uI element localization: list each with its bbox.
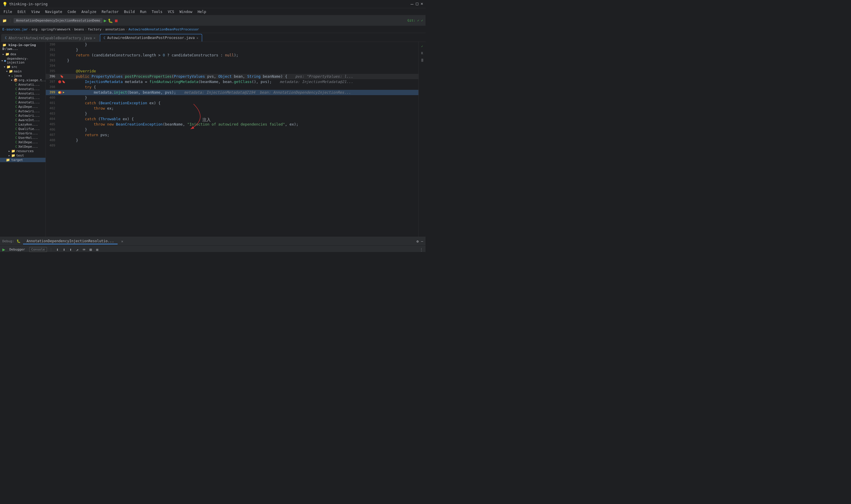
menubar-item-analyze[interactable]: Analyze (79, 9, 99, 15)
tab-close-2[interactable]: ✕ (197, 36, 198, 40)
line-num-406: 406 (46, 127, 58, 132)
tab-close-1[interactable]: ✕ (94, 36, 95, 40)
debug-tabs-label: Debugger (10, 248, 25, 251)
code-content-401: catch (BeanCreationException ex) { (66, 101, 418, 106)
debug-console-btn[interactable]: Console (29, 247, 47, 252)
menubar-item-help[interactable]: Help (195, 9, 209, 15)
sidebar-item-annotati3[interactable]: CAnnotati... (0, 91, 46, 96)
title-left: 💡 thinking-in-spring (2, 2, 48, 6)
sidebar-item-lazyann[interactable]: CLazyAnn... (0, 122, 46, 127)
line-num-407: 407 (46, 132, 58, 138)
nav-beans[interactable]: beans (74, 28, 84, 31)
sidebar-package[interactable]: ▾📦org.xiaoge.t... (0, 78, 46, 83)
code-line-395: 395 @Override (46, 69, 418, 74)
menubar-item-build[interactable]: Build (122, 9, 137, 15)
code-line-408: 408 } (46, 138, 418, 143)
sidebar-item-annotati4[interactable]: CAnnotati... (0, 96, 46, 100)
gutter-402 (58, 106, 66, 111)
debug-btn-eval[interactable]: ⌨ (82, 247, 86, 252)
menubar-item-code[interactable]: Code (65, 9, 78, 15)
sidebar-folder-resources[interactable]: ▸📁resources (0, 149, 46, 153)
sidebar-item-autowiri1[interactable]: CAutowiri... (0, 109, 46, 113)
stop-button[interactable]: ⏹ (114, 18, 118, 23)
sidebar-folder-dea[interactable]: ▸📁dea (0, 52, 46, 56)
debug-close[interactable]: ✕ (121, 239, 123, 244)
titlebar: 💡 thinking-in-spring — □ ✕ (0, 0, 426, 8)
gutter-401 (58, 101, 66, 106)
menubar-item-edit[interactable]: Edit (15, 9, 29, 15)
debug-settings-icon[interactable]: ⚙ (417, 239, 419, 244)
tab-autowired-processor[interactable]: C AutowiredAnnotationBeanPostProcessor.j… (100, 34, 202, 42)
breakpoint-397[interactable] (58, 80, 61, 83)
gutter-395 (58, 69, 66, 74)
sidebar-item-qualifie[interactable]: CQualifie... (0, 127, 46, 131)
sidebar-item-label-3: Annotati... (18, 92, 40, 95)
menubar-item-window[interactable]: Window (177, 9, 195, 15)
minimize-button[interactable]: — (411, 1, 413, 7)
debug-menu-btn[interactable]: ⋮ (420, 248, 423, 252)
debug-btn-frames[interactable]: ⊞ (88, 247, 93, 252)
menubar: FileEditViewNavigateCodeAnalyzeRefactorB… (0, 8, 426, 15)
code-content-396: public PropertyValues postProcessPropert… (66, 74, 418, 79)
debug-label: Debug: (2, 239, 14, 243)
app-icon: 💡 (2, 2, 7, 6)
debug-hide-icon[interactable]: — (421, 239, 423, 244)
sidebar-module-depinjection[interactable]: ▾◼dependency-injection (0, 56, 46, 65)
menubar-item-vcs[interactable]: VCS (165, 9, 177, 15)
sidebar-folder-test[interactable]: ▸📁test (0, 153, 46, 158)
menubar-item-view[interactable]: View (29, 9, 42, 15)
right-icon-rest[interactable]: R (419, 50, 425, 56)
run-button[interactable]: ▶ (104, 18, 107, 23)
nav-annotation[interactable]: annotation (105, 28, 125, 31)
sidebar-folder-java[interactable]: ▾☕java (0, 74, 46, 78)
sidebar-item-annotati1[interactable]: CAnnotati... (0, 83, 46, 87)
debug-btn-step-over[interactable]: ⬇ (55, 247, 60, 252)
debug-btn-step-out[interactable]: ⬆ (68, 247, 73, 252)
debug-btn-more[interactable]: ≡ (95, 247, 99, 252)
debug-resume-btn[interactable]: ▶ (2, 247, 5, 252)
nav-class[interactable]: AutowiredAnnotationBeanPostProcessor (129, 28, 199, 31)
code-content-403: } (66, 111, 418, 116)
debug-btn-step-into[interactable]: ⬇ (62, 247, 67, 252)
code-content-391: } (66, 47, 418, 53)
menubar-item-refactor[interactable]: Refactor (99, 9, 121, 15)
sidebar-item-awareint[interactable]: CAwareInt... (0, 118, 46, 122)
menubar-item-tools[interactable]: Tools (149, 9, 165, 15)
sidebar-item-xmldepe2[interactable]: CXmlDepe... (0, 144, 46, 149)
gutter-409 (58, 143, 66, 148)
sidebar-folder-main[interactable]: ▾📁main (0, 69, 46, 74)
sidebar-item-annotati5[interactable]: CAnnotati... (0, 100, 46, 105)
code-content-404: catch (Throwable ex) { (66, 116, 418, 122)
right-icon-checkmark[interactable]: ✓ (419, 43, 425, 49)
sidebar-label-target: target (11, 158, 23, 162)
nav-org[interactable]: org (32, 28, 38, 31)
sidebar-folder-src[interactable]: ▾📁src (0, 65, 46, 69)
debug-btn-run-cursor[interactable]: ↗ (75, 247, 80, 252)
sidebar-item-userhol[interactable]: CUserHol... (0, 136, 46, 140)
gutter-405 (58, 122, 66, 127)
nav-factory[interactable]: factory (88, 28, 101, 31)
menubar-item-file[interactable]: File (1, 9, 15, 15)
code-area[interactable]: 390 } 391 } 392 return (candidateConstru… (46, 42, 418, 237)
sidebar-item-target[interactable]: 📁target (0, 158, 46, 162)
sidebar-item-autowiri2[interactable]: CAutowiri... (0, 113, 46, 118)
menubar-item-run[interactable]: Run (138, 9, 149, 15)
window-controls[interactable]: — □ ✕ (411, 1, 423, 7)
project-icon[interactable]: 📁 (2, 19, 7, 23)
tab-abstract-bean-factory[interactable]: C AbstractAutowireCapableBeanFactory.jav… (1, 34, 99, 42)
close-button[interactable]: ✕ (421, 1, 423, 7)
code-content-400: } (66, 95, 418, 101)
run-config-selector[interactable]: AnnotationDependencyInjectionResolutionD… (14, 18, 103, 23)
debug-button[interactable]: 🐛 (108, 18, 113, 23)
sidebar-item-usergro[interactable]: CUserGro... (0, 131, 46, 136)
nav-springframework[interactable]: springframework (41, 28, 70, 31)
gutter-396: 🔖 (58, 74, 66, 79)
maximize-button[interactable]: □ (416, 1, 418, 7)
sidebar-item-xmldepe1[interactable]: CXmlDepe... (0, 140, 46, 144)
sidebar-item-apidepe[interactable]: CApiDepe... (0, 105, 46, 109)
sidebar-item-annotati2[interactable]: CAnnotati... (0, 87, 46, 91)
menubar-item-navigate[interactable]: Navigate (43, 9, 65, 15)
debug-tab-session[interactable]: AnnotationDependencyInjectionResolutio..… (23, 238, 117, 244)
right-icon-db[interactable]: 🗄 (419, 57, 425, 63)
nav-sources[interactable]: E-sources.jar (2, 28, 28, 31)
